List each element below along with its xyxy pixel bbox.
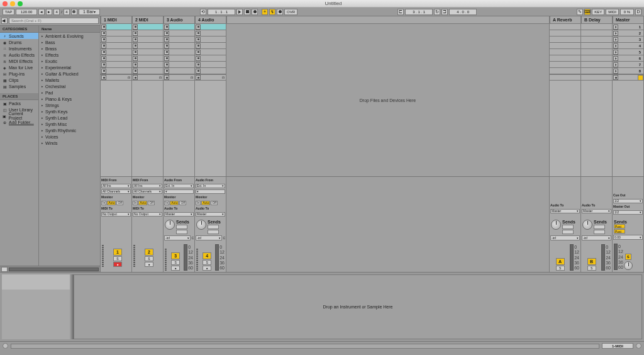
clip-stop-button[interactable] [196, 37, 201, 42]
arm-button[interactable]: ● [113, 262, 122, 267]
midi-channel-selector[interactable]: All Channels [133, 189, 162, 194]
browser-folder-item[interactable]: ▸Experimental [39, 64, 100, 70]
browser-collapse-icon[interactable]: ◀ [1, 18, 8, 24]
places-item[interactable]: ▣Packs [0, 100, 38, 106]
pan-knob[interactable] [551, 220, 561, 230]
track-name-label[interactable]: 1 MIDI [104, 18, 117, 22]
solo-cue-toggle[interactable]: S [625, 254, 631, 260]
audio-from-selector[interactable]: Ext. In [196, 184, 225, 188]
arm-button[interactable]: ● [171, 266, 180, 271]
browser-folder-item[interactable]: ▸Synth Keys [39, 108, 100, 115]
scene-number[interactable]: 5 [618, 50, 643, 54]
category-item[interactable]: ⎍Instruments [0, 45, 38, 52]
clip-slot[interactable] [101, 62, 131, 68]
tempo-field[interactable]: 120.00 [16, 9, 37, 15]
scene-number[interactable]: 6 [618, 57, 643, 60]
automation-arm-icon[interactable]: ↯ [269, 9, 275, 15]
midi-from-selector[interactable]: All Ins [133, 184, 162, 188]
clip-slot[interactable] [195, 49, 226, 55]
punch-out-icon[interactable]: ⊐ [441, 9, 448, 15]
pan-knob[interactable] [165, 220, 175, 230]
browser-folder-item[interactable]: ▸Synth Misc [39, 121, 100, 127]
return-activator-button[interactable]: B [587, 258, 596, 265]
browser-folder-item[interactable]: ▸Synth Rhythmic [39, 127, 100, 133]
clip-stop-button[interactable] [196, 69, 201, 74]
track-stop-button[interactable] [133, 75, 138, 80]
scene-launch-slot[interactable]: 7 [613, 62, 643, 68]
midi-to-selector[interactable]: No Output [101, 212, 131, 217]
scene-play-button[interactable] [613, 50, 618, 55]
clip-stop-button[interactable] [101, 37, 106, 42]
clip-stop-button[interactable] [101, 56, 106, 61]
loop-length[interactable]: 4 . 0 . 0 [449, 9, 477, 15]
track-activator-button[interactable]: 3 [171, 252, 180, 259]
browser-folder-item[interactable]: ▸Bass [39, 39, 100, 45]
pan-knob[interactable] [196, 220, 206, 230]
clip-stop-button[interactable] [164, 62, 169, 67]
clip-stop-button[interactable] [196, 43, 201, 48]
close-window-icon[interactable] [3, 1, 8, 6]
browser-folder-item[interactable]: ▸Winds [39, 140, 100, 146]
scene-launch-slot[interactable]: 2 [613, 30, 643, 37]
clip-stop-button[interactable] [164, 37, 169, 42]
category-item[interactable]: ⊞Plug-ins [0, 70, 38, 77]
session-arrangement-toggle-icon[interactable] [638, 75, 643, 81]
clip-slot[interactable] [195, 55, 226, 62]
loop-position[interactable]: 3 . 1 . 1 [405, 9, 433, 15]
stop-all-clips-button[interactable] [613, 75, 618, 80]
browser-folder-item[interactable]: ▸Voices [39, 133, 100, 140]
pan-knob[interactable] [582, 220, 592, 230]
monitor-in-button[interactable]: In [133, 201, 138, 205]
return-activator-button[interactable]: A [556, 258, 565, 265]
clip-stop-button[interactable] [133, 31, 138, 36]
device-drop-zone[interactable]: Drop an Instrument or Sample Here [74, 274, 642, 339]
browser-folder-item[interactable]: ▸Brass [39, 45, 100, 52]
clip-slot[interactable] [101, 68, 131, 74]
midi-map-button[interactable]: MIDI [606, 9, 619, 15]
send-knob[interactable] [594, 230, 605, 234]
search-input[interactable] [9, 18, 99, 24]
track-header[interactable]: 1 MIDI [101, 16, 132, 24]
tap-tempo-button[interactable]: TAP [3, 9, 14, 15]
clip-stop-button[interactable] [196, 25, 201, 30]
audio-to-selector[interactable]: Master [196, 212, 225, 217]
audio-channel-selector[interactable] [164, 189, 194, 194]
stop-button[interactable] [244, 9, 250, 15]
clip-stop-button[interactable] [133, 62, 138, 67]
clip-slot[interactable] [101, 24, 131, 30]
arm-button[interactable]: ● [203, 266, 211, 271]
clip-slot[interactable] [132, 24, 163, 30]
category-item[interactable]: ◉Drums [0, 39, 38, 45]
clip-stop-button[interactable] [101, 62, 106, 67]
scene-play-button[interactable] [613, 25, 618, 30]
status-show-hide-icon[interactable] [3, 343, 8, 349]
browser-folder-item[interactable]: ▸Piano & Keys [39, 96, 100, 102]
send-b-knob[interactable] [208, 230, 219, 234]
scene-play-button[interactable] [613, 62, 618, 67]
track-name-label[interactable]: 4 Audio [198, 18, 214, 22]
scene-number[interactable]: 1 [618, 25, 643, 29]
track-activator-button[interactable]: 2 [145, 249, 153, 256]
preview-play-icon[interactable] [1, 267, 8, 272]
follow-icon[interactable]: ⟲ [200, 9, 206, 15]
clip-slot[interactable] [195, 37, 226, 43]
cue-out-selector[interactable]: 1/2 [613, 199, 643, 203]
record-button[interactable] [252, 9, 258, 15]
clip-slot[interactable] [101, 37, 131, 43]
midi-to-selector[interactable]: No Output [133, 212, 162, 217]
clip-slot[interactable] [132, 49, 163, 55]
cue-volume-knob[interactable] [624, 261, 633, 270]
browser-folder-item[interactable]: ▸Pad [39, 89, 100, 96]
clip-slot[interactable] [132, 68, 163, 74]
session-drop-zone[interactable]: Drop Files and Devices Here [226, 24, 550, 176]
monitor-auto-button[interactable]: Auto [107, 201, 116, 205]
track-activator-button[interactable]: 4 [203, 252, 211, 259]
io-toggle-icon[interactable]: ⊡ [159, 76, 162, 79]
clip-stop-button[interactable] [133, 50, 138, 55]
browser-folder-item[interactable]: ▸Synth Lead [39, 115, 100, 121]
solo-button[interactable]: S [203, 260, 211, 265]
clip-slot[interactable] [195, 30, 226, 37]
clip-stop-button[interactable] [101, 25, 106, 30]
audio-to-selector[interactable]: Master [164, 212, 194, 217]
clip-slot[interactable] [132, 55, 163, 62]
